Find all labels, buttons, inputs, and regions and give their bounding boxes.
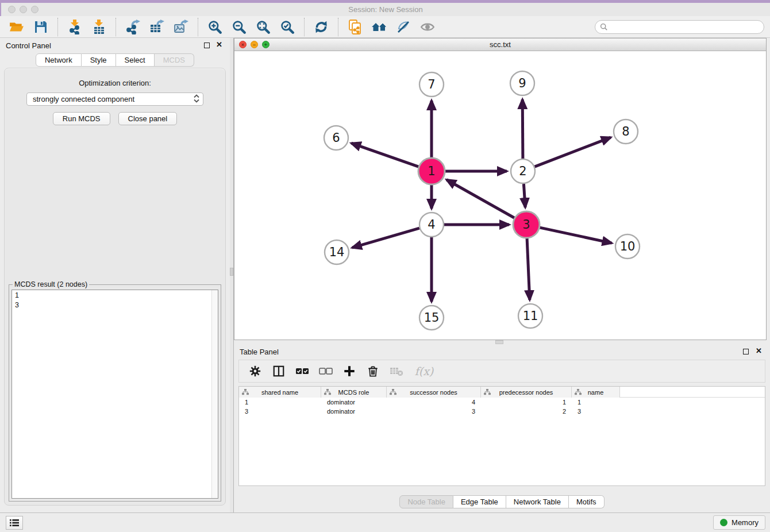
float-panel-icon[interactable]: [204, 43, 210, 48]
tab-select[interactable]: Select: [116, 53, 155, 67]
tab-style[interactable]: Style: [82, 53, 116, 67]
edge-3-10[interactable]: [540, 228, 612, 243]
node-label: 15: [424, 311, 440, 325]
edge-3-1[interactable]: [446, 180, 514, 218]
float-table-panel-icon[interactable]: [743, 349, 749, 354]
run-mcds-button[interactable]: Run MCDS: [53, 112, 110, 125]
node-15[interactable]: 15: [419, 306, 444, 330]
copy-network-view-icon[interactable]: [346, 18, 364, 36]
tab-edge-table[interactable]: Edge Table: [453, 495, 506, 508]
node-6[interactable]: 6: [324, 126, 348, 150]
column-type-icon: [324, 389, 331, 395]
save-session-icon[interactable]: [32, 18, 49, 36]
fx-label: f(x): [415, 365, 434, 377]
export-table-icon[interactable]: [148, 18, 165, 36]
node-label: 8: [622, 125, 629, 138]
node-label: 2: [519, 164, 526, 178]
table-cell: 1: [572, 398, 620, 407]
toolbar-separator: [198, 18, 198, 36]
edge-2-9[interactable]: [522, 99, 523, 159]
column-type-icon: [242, 389, 249, 395]
deselect-all-icon[interactable]: [319, 364, 333, 378]
tab-network[interactable]: Network: [36, 53, 82, 67]
network-view-window: × − + scc.txt 7968124314101511: [234, 38, 767, 340]
column-label: successor nodes: [410, 389, 457, 396]
node-11[interactable]: 11: [518, 304, 542, 328]
table-cell: 4: [387, 398, 481, 407]
node-7[interactable]: 7: [419, 72, 444, 97]
add-row-icon[interactable]: [342, 364, 356, 378]
network-window-titlebar[interactable]: × − + scc.txt: [234, 38, 766, 51]
node-9[interactable]: 9: [510, 71, 534, 95]
zoom-out-icon[interactable]: [230, 18, 248, 36]
node-14[interactable]: 14: [325, 240, 349, 264]
minimize-view-button[interactable]: −: [251, 41, 258, 48]
node-label: 7: [428, 78, 435, 91]
import-network-icon[interactable]: [66, 18, 83, 36]
maximize-view-button[interactable]: +: [262, 41, 270, 48]
edge-4-14[interactable]: [352, 228, 419, 248]
vertical-splitter[interactable]: [230, 38, 234, 512]
node-8[interactable]: 8: [614, 119, 638, 144]
refresh-layout-icon[interactable]: [313, 18, 330, 36]
delete-table-icon[interactable]: [390, 364, 403, 378]
column-type-icon: [575, 389, 582, 395]
mcds-result-textarea[interactable]: 1 3: [11, 290, 218, 499]
home-layout-icon[interactable]: [371, 18, 388, 36]
close-panel-button[interactable]: Close panel: [118, 112, 178, 125]
open-session-icon[interactable]: [8, 18, 25, 36]
horizontal-splitter[interactable]: [234, 340, 770, 345]
node-3[interactable]: 3: [513, 211, 540, 238]
zoom-fit-icon[interactable]: [255, 18, 272, 36]
tab-mcds[interactable]: MCDS: [155, 53, 194, 67]
tab-network-table[interactable]: Network Table: [506, 495, 569, 508]
task-history-button[interactable]: [6, 516, 23, 530]
table-row[interactable]: 3dominator323: [239, 407, 765, 416]
node-10[interactable]: 10: [615, 234, 640, 259]
close-view-button[interactable]: ×: [239, 41, 247, 48]
zoom-in-icon[interactable]: [206, 18, 224, 36]
delete-row-trash-icon[interactable]: [366, 364, 380, 378]
edge-3-11[interactable]: [527, 238, 530, 300]
dropdown-stepper-icon: [192, 94, 201, 105]
close-table-panel-icon[interactable]: ✕: [756, 346, 762, 355]
table-cell: 2: [481, 407, 572, 416]
node-table-grid[interactable]: shared nameMCDS rolesuccessor nodesprede…: [238, 386, 765, 486]
settings-gear-icon[interactable]: [248, 364, 262, 378]
network-canvas[interactable]: 7968124314101511: [234, 51, 766, 340]
splitter-handle[interactable]: [230, 268, 233, 276]
search-input[interactable]: [608, 23, 759, 32]
status-bar: Memory: [0, 512, 770, 532]
select-all-icon[interactable]: [295, 364, 309, 378]
mcds-result-title: MCDS result (2 nodes): [13, 280, 89, 288]
column-type-icon: [484, 389, 491, 395]
tab-node-table[interactable]: Node Table: [399, 495, 453, 508]
node-1[interactable]: 1: [418, 158, 445, 184]
column-header-predecessor-nodes[interactable]: predecessor nodes: [481, 387, 572, 398]
zoom-selected-icon[interactable]: [279, 18, 296, 36]
tab-motifs[interactable]: Motifs: [569, 495, 605, 508]
memory-button[interactable]: Memory: [713, 515, 765, 530]
edge-1-6[interactable]: [351, 143, 418, 167]
show-hide-eye-icon[interactable]: [419, 18, 436, 36]
node-4[interactable]: 4: [419, 213, 444, 237]
column-header-successor-nodes[interactable]: successor nodes: [387, 387, 481, 398]
edge-2-3[interactable]: [523, 184, 525, 207]
column-header-name[interactable]: name: [572, 387, 620, 398]
toggle-graphics-details-icon[interactable]: [395, 18, 412, 36]
column-header-shared-name[interactable]: shared name: [239, 387, 321, 398]
split-columns-icon[interactable]: [272, 364, 286, 378]
close-panel-icon[interactable]: ✕: [216, 40, 222, 49]
criterion-dropdown[interactable]: strongly connected component: [26, 92, 203, 106]
splitter-handle[interactable]: [495, 340, 503, 344]
export-network-icon[interactable]: [124, 18, 141, 36]
export-image-icon[interactable]: [172, 18, 190, 36]
node-2[interactable]: 2: [511, 159, 535, 183]
result-scrollbar[interactable]: [211, 290, 218, 498]
import-table-icon[interactable]: [90, 18, 107, 36]
table-panel-title: Table Panel: [240, 348, 279, 356]
column-header-MCDS-role[interactable]: MCDS role: [321, 387, 387, 398]
table-row[interactable]: 1dominator411: [239, 398, 765, 407]
edge-2-8[interactable]: [535, 137, 611, 167]
function-builder-icon[interactable]: f(x): [413, 364, 435, 378]
